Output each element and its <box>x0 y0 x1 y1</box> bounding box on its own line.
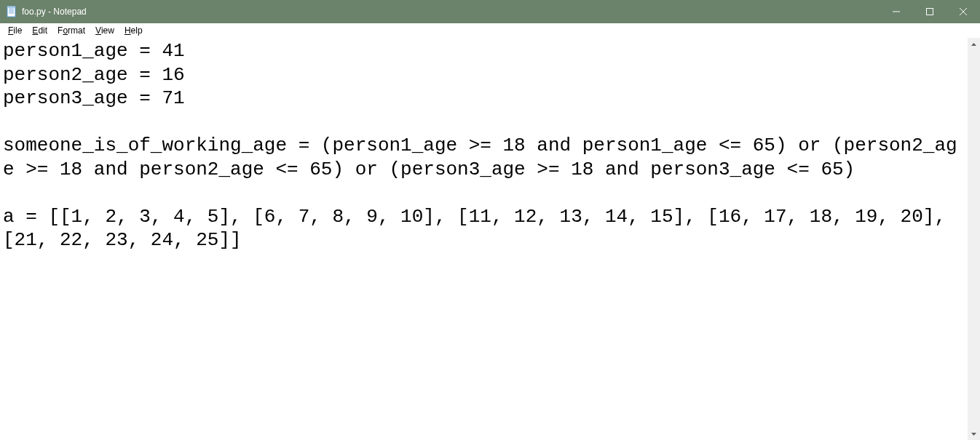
text-editor[interactable]: person1_age = 41 person2_age = 16 person… <box>0 38 968 440</box>
menu-format[interactable]: Format <box>52 25 90 36</box>
vertical-scrollbar[interactable] <box>968 38 980 440</box>
close-button[interactable] <box>947 0 980 23</box>
minimize-button[interactable] <box>880 0 913 23</box>
svg-marker-10 <box>971 43 976 46</box>
menu-help[interactable]: Help <box>119 25 148 36</box>
menu-file[interactable]: File <box>3 25 27 36</box>
scroll-track[interactable] <box>968 50 980 428</box>
svg-marker-11 <box>971 433 976 436</box>
svg-rect-5 <box>7 7 15 9</box>
maximize-button[interactable] <box>913 0 947 23</box>
title-bar[interactable]: foo.py - Notepad <box>0 0 980 23</box>
menu-edit[interactable]: Edit <box>27 25 52 36</box>
window-title: foo.py - Notepad <box>22 7 880 17</box>
window-controls <box>880 0 980 23</box>
menu-view[interactable]: View <box>90 25 119 36</box>
editor-area: person1_age = 41 person2_age = 16 person… <box>0 38 980 440</box>
scroll-down-arrow[interactable] <box>968 428 980 440</box>
svg-rect-7 <box>927 9 933 15</box>
menu-bar: File Edit Format View Help <box>0 23 980 38</box>
notepad-icon <box>6 6 17 17</box>
scroll-up-arrow[interactable] <box>968 38 980 50</box>
